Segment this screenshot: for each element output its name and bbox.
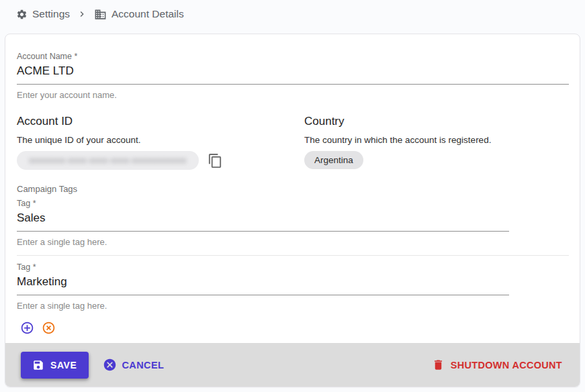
account-id-country-row: Account ID The unique ID of your account… <box>17 115 569 170</box>
save-button[interactable]: SAVE <box>21 352 89 379</box>
account-name-field: Account Name * ACME LTD Enter your accou… <box>17 52 569 100</box>
action-bar: SAVE CANCEL SHUTDOWN ACCOUNT <box>5 343 580 387</box>
breadcrumb-settings-label: Settings <box>32 8 70 20</box>
shutdown-account-button[interactable]: SHUTDOWN ACCOUNT <box>428 358 566 372</box>
breadcrumb-account-details: Account Details <box>94 8 184 21</box>
account-name-hint: Enter your account name. <box>17 85 569 100</box>
country-section: Country The country in which the account… <box>304 115 569 170</box>
remove-circle-icon <box>42 321 56 335</box>
country-title: Country <box>304 115 569 128</box>
breadcrumb-current-label: Account Details <box>111 8 184 20</box>
copy-account-id-button[interactable] <box>208 153 223 168</box>
save-icon <box>32 359 44 371</box>
account-details-form: Account Name * ACME LTD Enter your accou… <box>5 34 580 343</box>
tag-1-input[interactable]: Sales <box>17 208 509 232</box>
cancel-button[interactable]: CANCEL <box>99 357 169 373</box>
account-name-input[interactable]: ACME LTD <box>17 61 569 85</box>
tag-2-input[interactable]: Marketing <box>17 272 509 295</box>
remove-tag-button[interactable] <box>42 321 56 335</box>
tag-field-2: Tag * Marketing Enter a single tag here. <box>17 262 509 311</box>
country-chip[interactable]: Argentina <box>304 151 363 169</box>
tag-field-1: Tag * Sales Enter a single tag here. <box>17 199 509 247</box>
account-id-description: The unique ID of your account. <box>17 135 304 145</box>
shutdown-button-label: SHUTDOWN ACCOUNT <box>451 360 562 371</box>
cancel-icon <box>103 358 117 372</box>
account-id-title: Account ID <box>17 115 304 128</box>
tag-divider <box>17 255 569 256</box>
tag-actions <box>20 321 569 335</box>
account-name-label: Account Name * <box>17 52 569 61</box>
cancel-button-label: CANCEL <box>122 360 165 371</box>
trash-icon <box>432 358 445 371</box>
tag-2-hint: Enter a single tag here. <box>17 295 509 311</box>
account-details-card: Account Name * ACME LTD Enter your accou… <box>5 34 580 387</box>
account-id-row: xxxxxxxx-xxxx-xxxx-xxxx-xxxxxxxxxxxx <box>17 151 304 170</box>
tag-2-label: Tag * <box>17 262 509 272</box>
add-circle-icon <box>20 321 34 335</box>
gear-icon <box>16 9 28 20</box>
breadcrumb-settings[interactable]: Settings <box>16 8 70 20</box>
account-id-masked-value: xxxxxxxx-xxxx-xxxx-xxxx-xxxxxxxxxxxx <box>17 151 199 170</box>
tag-1-hint: Enter a single tag here. <box>17 232 509 247</box>
account-id-blurred-text: xxxxxxxx-xxxx-xxxx-xxxx-xxxxxxxxxxxx <box>29 156 187 165</box>
building-icon <box>94 8 107 21</box>
breadcrumb: Settings Account Details <box>0 0 585 23</box>
account-id-section: Account ID The unique ID of your account… <box>17 115 304 170</box>
tag-1-label: Tag * <box>17 199 509 208</box>
country-description: The country in which the account is regi… <box>304 135 569 145</box>
copy-icon <box>208 153 223 168</box>
campaign-tags-label: Campaign Tags <box>17 184 569 194</box>
add-tag-button[interactable] <box>20 321 34 335</box>
chevron-right-icon <box>77 9 87 19</box>
save-button-label: SAVE <box>50 360 77 371</box>
